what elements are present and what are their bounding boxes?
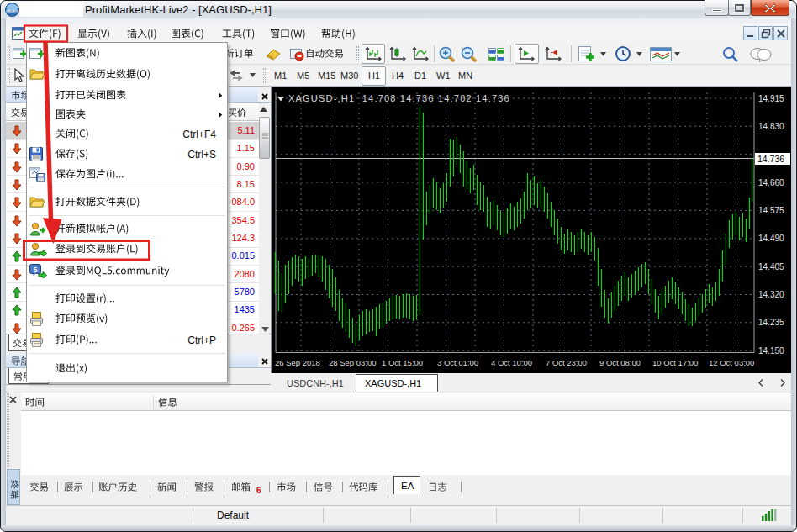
svg-text:5: 5 [33,266,37,274]
